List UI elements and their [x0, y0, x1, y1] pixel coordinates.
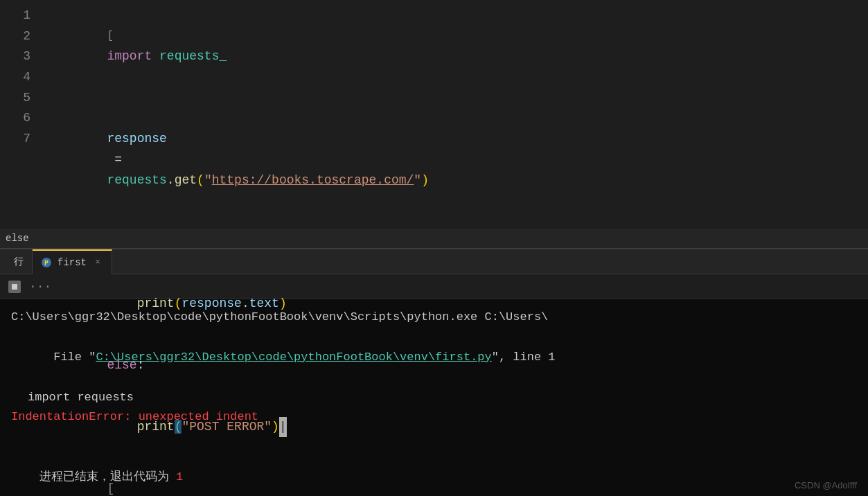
- code-line-8: [: [47, 458, 868, 496]
- svg-rect-2: [12, 284, 17, 290]
- code-line-7: print("POST ERROR")|: [47, 396, 868, 458]
- breadcrumb-text: else: [6, 233, 29, 244]
- code-line-1: [ import requests_: [47, 6, 868, 88]
- code-content[interactable]: [ import requests_ response = requests.g…: [42, 6, 868, 248]
- tab-run-label: 行: [14, 256, 24, 268]
- code-line-3: response = requests.get("https://books.t…: [47, 108, 868, 211]
- code-editor[interactable]: 1 2 3 4 5 6 7 [ import requests_ respons…: [0, 0, 868, 249]
- line-numbers: 1 2 3 4 5 6 7: [0, 6, 42, 248]
- code-line-6: else:: [47, 335, 868, 396]
- editor-breadcrumb: else: [0, 229, 868, 248]
- tab-run[interactable]: 行: [6, 249, 33, 274]
- code-line-2: [47, 88, 868, 109]
- stop-button[interactable]: [8, 281, 21, 293]
- watermark: CSDN @Adolfff: [795, 480, 857, 490]
- code-line-5: print(response.text): [47, 273, 868, 335]
